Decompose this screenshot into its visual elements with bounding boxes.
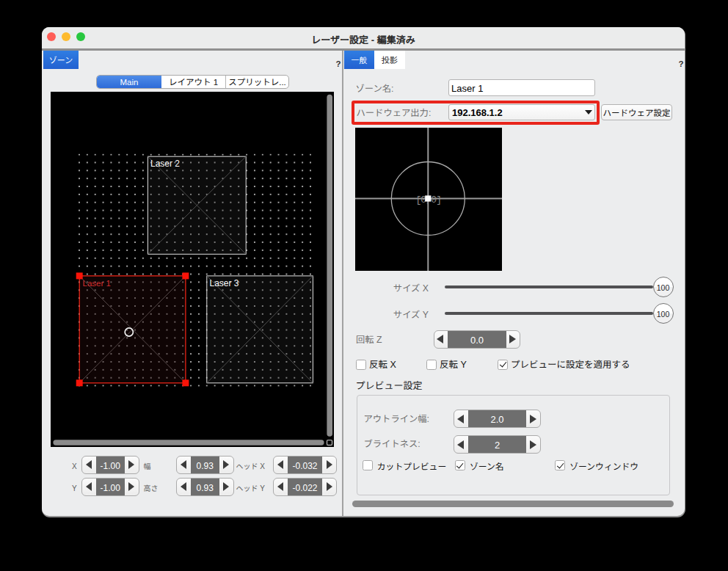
svg-text:Laser 1: Laser 1 [83,277,111,288]
svg-text:Laser 2: Laser 2 [150,156,180,169]
svg-text:Laser 3: Laser 3 [210,276,239,288]
